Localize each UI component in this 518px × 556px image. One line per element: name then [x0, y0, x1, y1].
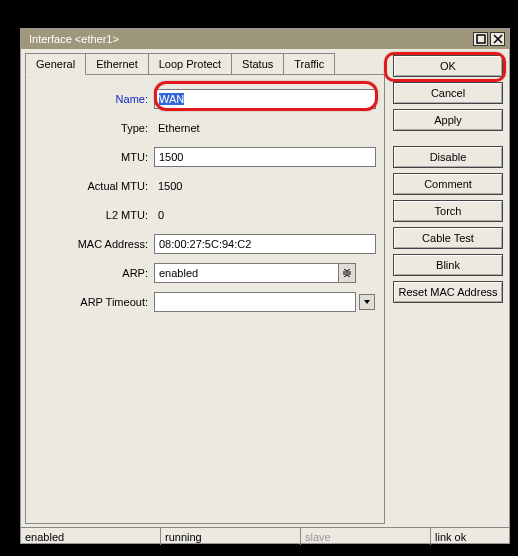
torch-button[interactable]: Torch	[393, 200, 503, 222]
tab-traffic[interactable]: Traffic	[283, 53, 335, 74]
status-slave: slave	[301, 528, 431, 545]
interface-window: Interface <ether1> General Ethernet Loop…	[20, 28, 510, 544]
tab-panel: Name: WAN Type: Ethernet MTU: Actual MTU…	[25, 74, 385, 524]
blink-button[interactable]: Blink	[393, 254, 503, 276]
status-enabled: enabled	[21, 528, 161, 545]
titlebar[interactable]: Interface <ether1>	[21, 29, 509, 49]
arp-timeout-input[interactable]	[154, 292, 356, 312]
mtu-input[interactable]	[154, 147, 376, 167]
svg-rect-0	[477, 35, 485, 43]
restore-icon[interactable]	[473, 32, 488, 46]
comment-button[interactable]: Comment	[393, 173, 503, 195]
arp-input[interactable]	[154, 263, 338, 283]
type-label: Type:	[34, 122, 154, 134]
tab-loop-protect[interactable]: Loop Protect	[148, 53, 232, 74]
disable-button[interactable]: Disable	[393, 146, 503, 168]
cancel-button[interactable]: Cancel	[393, 82, 503, 104]
button-panel: OK Cancel Apply Disable Comment Torch Ca…	[389, 49, 509, 527]
ok-button[interactable]: OK	[393, 55, 503, 77]
arp-dropdown-icon[interactable]	[338, 263, 356, 283]
actual-mtu-value	[154, 176, 376, 196]
statusbar: enabled running slave link ok	[21, 527, 509, 545]
l2-mtu-label: L2 MTU:	[34, 209, 154, 221]
window-title: Interface <ether1>	[29, 33, 119, 45]
cable-test-button[interactable]: Cable Test	[393, 227, 503, 249]
name-input[interactable]: WAN	[159, 93, 184, 105]
mtu-label: MTU:	[34, 151, 154, 163]
reset-mac-button[interactable]: Reset MAC Address	[393, 281, 503, 303]
type-value: Ethernet	[154, 120, 376, 136]
arp-timeout-label: ARP Timeout:	[34, 296, 154, 308]
tab-ethernet[interactable]: Ethernet	[85, 53, 149, 74]
arp-timeout-expand-icon[interactable]	[359, 294, 375, 310]
name-label: Name:	[34, 93, 154, 105]
apply-button[interactable]: Apply	[393, 109, 503, 131]
tab-general[interactable]: General	[25, 53, 86, 75]
mac-label: MAC Address:	[34, 238, 154, 250]
status-running: running	[161, 528, 301, 545]
arp-label: ARP:	[34, 267, 154, 279]
tab-strip: General Ethernet Loop Protect Status Tra…	[25, 53, 385, 74]
mac-input[interactable]	[154, 234, 376, 254]
status-link: link ok	[431, 528, 509, 545]
tab-status[interactable]: Status	[231, 53, 284, 74]
close-icon[interactable]	[490, 32, 505, 46]
actual-mtu-label: Actual MTU:	[34, 180, 154, 192]
l2-mtu-value	[154, 205, 376, 225]
